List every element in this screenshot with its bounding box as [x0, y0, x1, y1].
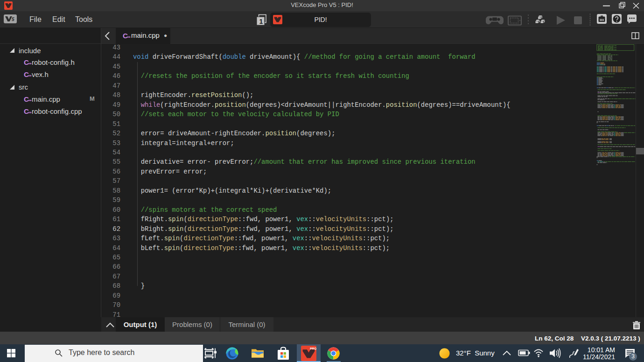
svg-text:5: 5: [12, 17, 14, 22]
svg-text:1: 1: [259, 18, 263, 25]
